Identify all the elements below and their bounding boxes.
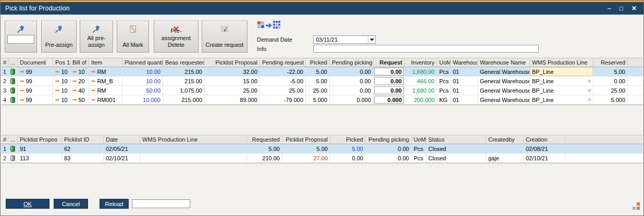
production-pick-cell[interactable]: 5.000 — [306, 95, 330, 104]
picklist-history-cell[interactable]: 91 — [18, 144, 62, 153]
copy-to-grid-icon[interactable] — [257, 20, 281, 32]
production-pick-cell[interactable]: 1 — [1, 67, 8, 76]
request-input[interactable]: 0.00 — [374, 77, 404, 85]
production-pick-cell[interactable]: ➡20 — [70, 77, 89, 85]
production-pick-cell[interactable]: 466.00 — [405, 77, 437, 85]
production-pick-cell[interactable]: 0.00 — [374, 77, 405, 85]
production-pick-cell[interactable]: 200.000 — [405, 95, 437, 104]
production-pick-column-header[interactable]: Warehouse Name — [478, 58, 530, 67]
production-pick-cell[interactable]: ➡10 — [53, 95, 70, 104]
production-pick-row[interactable]: 2➡99➡10➡20➡RM_B10.00215.0015.00-5.005.00… — [1, 77, 643, 86]
production-pick-cell[interactable]: 10.000 — [122, 95, 163, 104]
production-pick-cell[interactable]: 2 — [1, 77, 8, 85]
link-arrow-icon[interactable]: ➡ — [55, 88, 59, 93]
info-input[interactable] — [313, 45, 539, 53]
production-pick-cell[interactable]: 215.000 — [163, 95, 205, 104]
production-pick-row[interactable]: 1➡99➡10➡10➡RM10.00215.0032.00-22.005.000… — [1, 67, 643, 77]
cancel-button[interactable]: Cancel — [54, 199, 88, 209]
production-pick-column-header[interactable]: UoM — [437, 58, 451, 67]
picklist-history-column-header[interactable]: # — [1, 135, 8, 144]
picklist-history-cell[interactable]: 02/10/21 — [104, 154, 140, 162]
production-pick-column-header[interactable]: Planned quantity — [122, 58, 163, 67]
production-pick-column-header[interactable]: Bill of I — [70, 58, 89, 67]
close-icon[interactable]: ✕ — [631, 5, 637, 11]
picklist-history-cell[interactable]: 0.00 — [366, 144, 412, 153]
request-input[interactable]: 0.00 — [374, 86, 404, 94]
picklist-history-cell[interactable]: 5.00 — [247, 144, 282, 153]
production-pick-cell[interactable]: 1,680.00 — [405, 67, 437, 76]
picklist-history-column-header[interactable]: Picklist ID — [62, 135, 104, 144]
link-arrow-icon[interactable]: ➡ — [72, 97, 77, 103]
production-pick-cell[interactable]: -79.000 — [260, 95, 306, 104]
production-pick-cell[interactable]: ➡RM — [89, 67, 122, 76]
production-pick-cell[interactable]: 01 — [451, 77, 478, 85]
production-pick-cell[interactable]: 0.00 — [374, 86, 405, 95]
production-pick-cell[interactable]: 50.00 — [122, 86, 163, 95]
production-pick-cell[interactable]: KG — [437, 95, 451, 104]
production-pick-column-header[interactable]: Document — [18, 58, 53, 67]
picklist-history-cell[interactable]: 27.00 — [282, 154, 330, 162]
picklist-history-cell[interactable]: 1 — [1, 144, 8, 153]
production-pick-cell[interactable]: ➡10 — [53, 86, 70, 95]
maximize-icon[interactable]: □ — [620, 5, 623, 11]
production-pick-cell[interactable]: General Warehouse — [478, 67, 530, 76]
link-arrow-icon[interactable]: ➡ — [55, 69, 59, 74]
production-pick-cell[interactable]: 01 — [451, 67, 478, 76]
link-arrow-icon[interactable]: ➡ — [72, 69, 77, 74]
production-pick-cell[interactable]: ➡99 — [18, 86, 53, 95]
all-pre-assign-button[interactable]: All pre-assign — [80, 20, 113, 53]
picklist-history-column-header[interactable]: Picklist Propos — [18, 135, 62, 144]
production-pick-cell[interactable]: Pcs — [437, 67, 451, 76]
production-pick-column-header[interactable]: Reserved — [593, 58, 628, 67]
picklist-history-cell[interactable] — [486, 144, 524, 153]
choose-from-list-icon[interactable]: ≡ — [588, 87, 591, 93]
picklist-history-column-header[interactable]: Date — [104, 135, 140, 144]
picklist-history-cell[interactable]: Pcs — [412, 144, 426, 153]
picklist-history-cell[interactable]: 210.00 — [247, 154, 282, 162]
production-pick-cell[interactable]: 5.00 — [306, 67, 330, 76]
production-pick-cell[interactable]: ➡40 — [70, 86, 89, 95]
production-pick-cell[interactable]: ➡RM001 — [89, 95, 122, 104]
production-pick-column-header[interactable]: Item — [89, 58, 122, 67]
picklist-history-cell[interactable]: 2 — [1, 154, 8, 162]
production-pick-cell[interactable]: 1,680.00 — [405, 86, 437, 95]
demand-date-select[interactable]: 03/11/21 — [313, 35, 376, 44]
production-pick-column-header[interactable]: Inventory — [405, 58, 437, 67]
create-request-button[interactable]: Create request — [202, 20, 247, 53]
production-pick-cell[interactable]: 5.000 — [593, 95, 628, 104]
link-arrow-icon[interactable]: ➡ — [91, 88, 95, 93]
production-pick-column-header[interactable]: Beas requested — [163, 58, 205, 67]
picklist-history-cell[interactable]: gaje — [486, 154, 524, 162]
chevron-down-icon[interactable] — [368, 36, 375, 43]
pre-assignment-delete-button[interactable]: ✕ Pre-assignment Delete — [154, 20, 199, 53]
production-pick-cell[interactable]: 89.000 — [205, 95, 260, 104]
link-arrow-icon[interactable]: ➡ — [20, 88, 24, 93]
picklist-history-cell[interactable]: 02/05/21 — [104, 144, 140, 153]
production-pick-cell[interactable]: 0.00 — [330, 77, 374, 85]
production-pick-cell[interactable]: 01 — [451, 95, 478, 104]
picklist-history-cell[interactable]: 62 — [62, 144, 104, 153]
picklist-history-row[interactable]: 21138302/10/21210.0027.000.000.00PcsClos… — [1, 154, 643, 163]
production-pick-cell[interactable]: -22.00 — [260, 67, 306, 76]
link-arrow-icon[interactable]: ➡ — [91, 69, 95, 74]
resize-grip-icon[interactable] — [632, 202, 640, 212]
picklist-history-column-header[interactable]: Picked — [330, 135, 366, 144]
production-pick-cell[interactable]: ➡RM_B — [89, 77, 122, 85]
picklist-history-cell[interactable]: 02/08/21 — [524, 144, 565, 153]
production-pick-cell[interactable] — [8, 95, 18, 104]
picklist-history-column-header[interactable]: Picklist Proposal — [282, 135, 330, 144]
link-arrow-icon[interactable]: ➡ — [91, 79, 95, 84]
production-pick-cell[interactable]: BP_Line — [530, 67, 593, 76]
production-pick-row[interactable]: 4➡99➡10➡50➡RM00110.000215.00089.000-79.0… — [1, 95, 643, 105]
production-pick-cell[interactable] — [8, 67, 18, 76]
picklist-history-cell[interactable]: Closed — [426, 144, 486, 153]
picklist-history-cell[interactable]: 5.00 — [282, 144, 330, 153]
production-pick-cell[interactable]: BP_Line≡ — [530, 77, 593, 85]
production-pick-cell[interactable]: 0.000 — [330, 95, 374, 104]
production-pick-cell[interactable]: 0.00 — [593, 77, 628, 85]
production-pick-cell[interactable]: BP_Line≡ — [530, 95, 593, 104]
picklist-history-column-header[interactable]: Status — [426, 135, 486, 144]
production-pick-cell[interactable]: 32.00 — [205, 67, 260, 76]
picklist-history-column-header[interactable]: Creation — [524, 135, 565, 144]
minimize-icon[interactable]: – — [608, 5, 611, 11]
